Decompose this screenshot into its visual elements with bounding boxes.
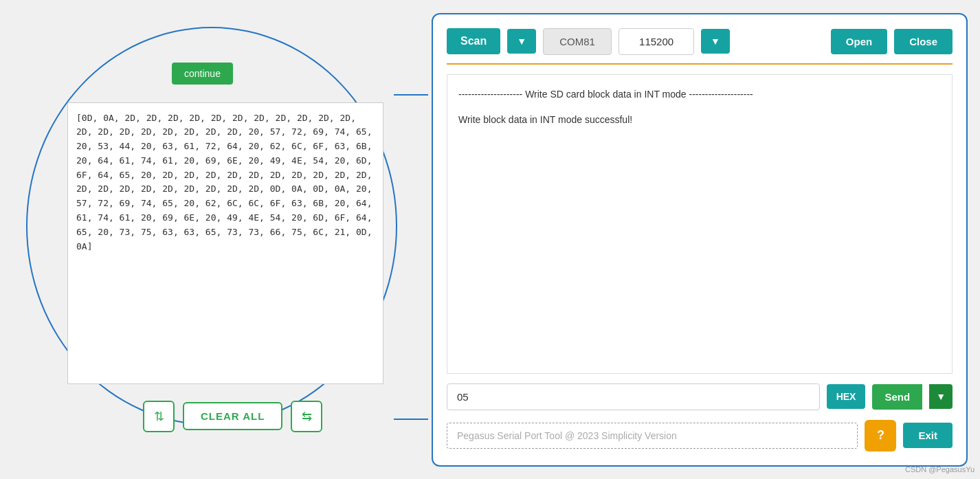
- send-arrow-icon: ▼: [936, 391, 946, 402]
- right-panel: Scan ▼ ▼ Open Close --------------------…: [432, 13, 968, 467]
- bottom-buttons: ⇅ CLEAR ALL ⇆: [143, 401, 322, 432]
- watermark: CSDN @PegasusYu: [905, 465, 975, 474]
- scan-button[interactable]: Scan: [447, 28, 500, 54]
- transfer-left-icon: ⇅: [154, 409, 164, 424]
- terminal-area: -------------------- Write SD card block…: [447, 74, 953, 374]
- send-dropdown-button[interactable]: ▼: [929, 384, 953, 409]
- baud-dropdown-button[interactable]: ▼: [701, 29, 730, 54]
- scan-dropdown-button[interactable]: ▼: [507, 29, 536, 54]
- terminal-line-1: -------------------- Write SD card block…: [458, 86, 941, 103]
- transfer-right-icon: ⇆: [302, 409, 312, 424]
- exit-button[interactable]: Exit: [903, 423, 953, 448]
- connector-top: [394, 94, 428, 96]
- icon-left-button[interactable]: ⇅: [143, 401, 175, 432]
- left-panel: continue [0D, 0A, 2D, 2D, 2D, 2D, 2D, 2D…: [12, 13, 411, 467]
- terminal-line-2: Write block data in INT mode successful!: [458, 111, 941, 129]
- status-row: Pegasus Serial Port Tool @ 2023 Simplici…: [447, 420, 953, 452]
- dropdown-arrow-icon: ▼: [517, 36, 526, 47]
- baud-rate-input[interactable]: [619, 28, 694, 55]
- toolbar: Scan ▼ ▼ Open Close: [447, 28, 953, 65]
- status-text: Pegasus Serial Port Tool @ 2023 Simplici…: [447, 423, 858, 449]
- send-button[interactable]: Send: [872, 384, 922, 410]
- baud-dropdown-arrow-icon: ▼: [711, 36, 720, 47]
- open-button[interactable]: Open: [831, 29, 887, 54]
- hex-display: [0D, 0A, 2D, 2D, 2D, 2D, 2D, 2D, 2D, 2D,…: [67, 102, 383, 384]
- send-input[interactable]: [447, 383, 820, 410]
- close-button[interactable]: Close: [894, 29, 953, 54]
- hex-content: [0D, 0A, 2D, 2D, 2D, 2D, 2D, 2D, 2D, 2D,…: [76, 113, 372, 252]
- continue-button[interactable]: continue: [172, 63, 233, 85]
- help-button[interactable]: ?: [865, 420, 896, 452]
- clear-all-button[interactable]: CLEAR ALL: [183, 402, 282, 430]
- hex-button[interactable]: HEX: [827, 384, 866, 409]
- icon-right-button[interactable]: ⇆: [291, 401, 322, 432]
- send-row: HEX Send ▼: [447, 383, 953, 410]
- connector-bottom: [394, 419, 428, 421]
- com-port-input[interactable]: [543, 28, 612, 55]
